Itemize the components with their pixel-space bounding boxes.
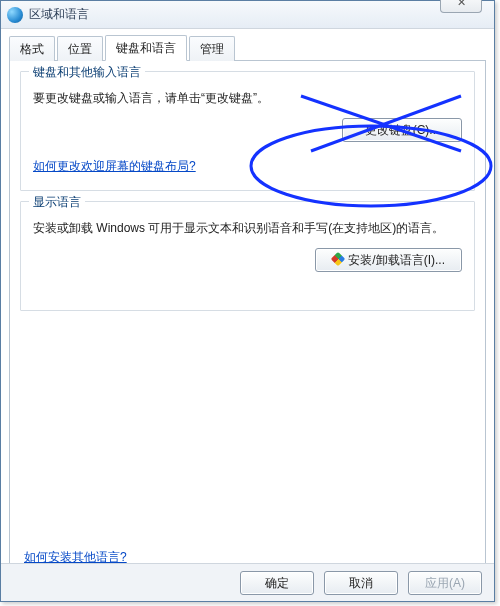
globe-icon — [7, 7, 23, 23]
uac-shield-icon — [331, 252, 345, 266]
keyboard-group-title: 键盘和其他输入语言 — [29, 64, 145, 81]
titlebar: 区域和语言 ✕ — [1, 1, 494, 29]
tabstrip: 格式 位置 键盘和语言 管理 — [9, 35, 486, 61]
tab-admin[interactable]: 管理 — [189, 36, 235, 61]
welcome-screen-layout-link[interactable]: 如何更改欢迎屏幕的键盘布局? — [33, 159, 196, 173]
window-title: 区域和语言 — [29, 6, 89, 23]
change-keyboard-button[interactable]: 更改键盘(C)... — [342, 118, 462, 142]
tab-keyboard-language[interactable]: 键盘和语言 — [105, 35, 187, 61]
tab-panel: 键盘和其他输入语言 要更改键盘或输入语言，请单击“更改键盘”。 更改键盘(C).… — [9, 61, 486, 581]
dialog-window: 区域和语言 ✕ 格式 位置 键盘和语言 管理 键盘和其他输入语言 要更改键盘或输… — [0, 0, 495, 602]
close-icon: ✕ — [457, 0, 466, 8]
dialog-button-row: 确定 取消 应用(A) — [1, 563, 494, 601]
tab-location[interactable]: 位置 — [57, 36, 103, 61]
keyboard-group-desc: 要更改键盘或输入语言，请单击“更改键盘”。 — [33, 88, 462, 108]
close-button[interactable]: ✕ — [440, 0, 482, 13]
tab-format[interactable]: 格式 — [9, 36, 55, 61]
ok-button[interactable]: 确定 — [240, 571, 314, 595]
how-install-languages-link[interactable]: 如何安装其他语言? — [24, 550, 127, 564]
apply-button[interactable]: 应用(A) — [408, 571, 482, 595]
display-language-desc: 安装或卸载 Windows 可用于显示文本和识别语音和手写(在支持地区)的语言。 — [33, 218, 462, 238]
display-language-group-title: 显示语言 — [29, 194, 85, 211]
display-language-group: 显示语言 安装或卸载 Windows 可用于显示文本和识别语音和手写(在支持地区… — [20, 201, 475, 311]
cancel-button[interactable]: 取消 — [324, 571, 398, 595]
install-uninstall-language-button[interactable]: 安装/卸载语言(I)... — [315, 248, 462, 272]
keyboard-group: 键盘和其他输入语言 要更改键盘或输入语言，请单击“更改键盘”。 更改键盘(C).… — [20, 71, 475, 191]
